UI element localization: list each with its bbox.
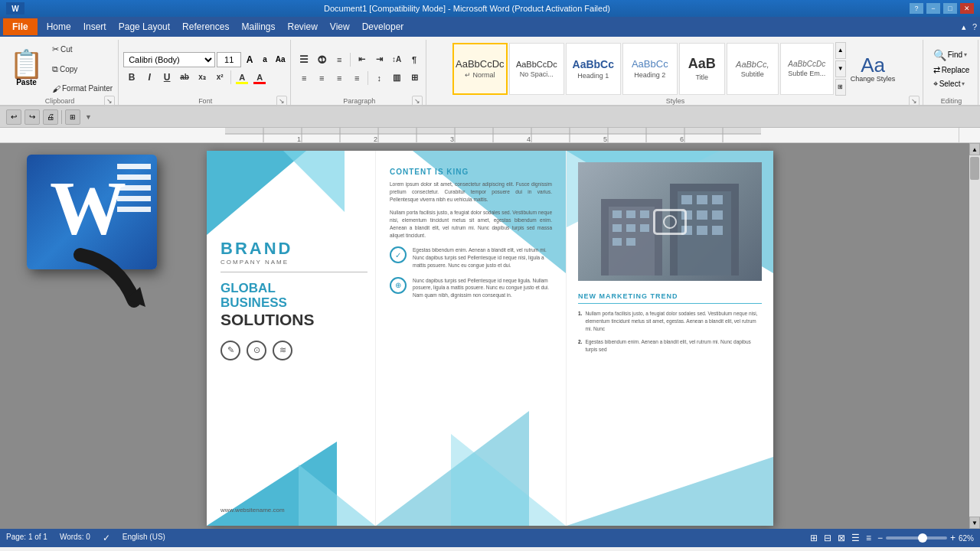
- view-outline-btn[interactable]: ☰: [851, 533, 860, 543]
- word-logo-container: W: [27, 155, 180, 269]
- view-draft-btn[interactable]: ≡: [866, 533, 871, 543]
- content-title: CONTENT IS KING: [390, 168, 552, 176]
- font-color-btn[interactable]: A: [251, 69, 268, 86]
- svg-rect-36: [697, 195, 707, 204]
- view-web-layout-btn[interactable]: ⊠: [838, 533, 845, 543]
- bold-btn[interactable]: B: [123, 69, 140, 86]
- view-full-screen-btn[interactable]: ⊟: [824, 533, 831, 543]
- zoom-in-btn[interactable]: +: [950, 533, 956, 543]
- item2-text: Egestas bibendum enim. Aenean a blandit …: [585, 338, 762, 354]
- show-formatting-btn[interactable]: ¶: [406, 51, 423, 68]
- style-subtle-em-preview: AaBbCcDc: [788, 60, 825, 68]
- decrease-indent-btn[interactable]: ⇤: [353, 51, 370, 68]
- styles-expand-btn[interactable]: ⊞: [835, 79, 846, 96]
- subscript-btn[interactable]: x₂: [194, 69, 211, 86]
- style-heading2[interactable]: AaBbCc Heading 2: [622, 43, 678, 95]
- find-icon: 🔍: [933, 49, 946, 61]
- superscript-btn[interactable]: x²: [211, 69, 228, 86]
- italic-btn[interactable]: I: [141, 69, 158, 86]
- menu-insert[interactable]: Insert: [77, 18, 113, 35]
- line-spacing-btn[interactable]: ↕: [371, 70, 387, 86]
- style-title[interactable]: AaB Title: [679, 43, 725, 95]
- customize-toolbar-arrow[interactable]: ▼: [85, 113, 92, 121]
- justify-btn[interactable]: ≡: [348, 70, 365, 86]
- style-normal[interactable]: AaBbCcDc ↵ Normal: [452, 43, 508, 95]
- menu-home[interactable]: Home: [41, 18, 77, 35]
- close-btn[interactable]: ✕: [960, 3, 974, 14]
- menu-references[interactable]: References: [176, 18, 235, 35]
- undo-btn[interactable]: ↩: [6, 109, 21, 125]
- multilevel-list-btn[interactable]: ≡: [331, 51, 348, 68]
- zoom-out-btn[interactable]: −: [877, 533, 883, 543]
- replace-btn[interactable]: ⇄ Replace: [931, 64, 972, 76]
- find-btn[interactable]: 🔍 Find ▾: [931, 48, 972, 62]
- minimize-btn[interactable]: −: [926, 3, 940, 14]
- underline-btn[interactable]: U: [158, 69, 175, 86]
- menu-developer[interactable]: Developer: [356, 18, 410, 35]
- style-subtle-em[interactable]: AaBbCcDc Subtle Em...: [780, 43, 834, 95]
- print-btn[interactable]: 🖨: [43, 109, 58, 125]
- strikethrough-btn[interactable]: ab: [176, 69, 193, 86]
- borders-btn[interactable]: ⊞: [406, 70, 423, 86]
- view-mode-btn[interactable]: ⊞: [65, 109, 80, 125]
- scroll-up-btn[interactable]: ▲: [969, 143, 980, 155]
- styles-scroll-down-btn[interactable]: ▼: [835, 60, 846, 77]
- maximize-btn[interactable]: □: [943, 3, 957, 14]
- styles-scroll-up-btn[interactable]: ▲: [835, 42, 846, 59]
- scroll-thumb[interactable]: [970, 157, 979, 180]
- bullets-btn[interactable]: ☰: [296, 51, 312, 68]
- font-expand-btn[interactable]: ↘: [276, 96, 287, 106]
- menu-view[interactable]: View: [324, 18, 356, 35]
- menu-review[interactable]: Review: [281, 18, 323, 35]
- num2: 2.: [578, 338, 582, 354]
- style-title-label: Title: [695, 73, 708, 81]
- camera-icon: [653, 209, 687, 235]
- font-size-input[interactable]: [217, 52, 241, 67]
- word-icon: W: [6, 2, 24, 15]
- help-btn[interactable]: ?: [910, 3, 923, 14]
- scrollbar[interactable]: ▲ ▼: [969, 143, 980, 529]
- zoom-slider[interactable]: [886, 536, 947, 540]
- title-text: Document1 [Compatibility Mode] - Microso…: [24, 4, 910, 13]
- sort-btn[interactable]: ↕A: [388, 51, 405, 68]
- ruler-marks: // This won't run in SVG, use static mar…: [225, 128, 761, 143]
- align-center-btn[interactable]: ≡: [313, 70, 330, 86]
- style-no-spacing-label: No Spaci...: [520, 70, 554, 78]
- copy-button[interactable]: ⧉ Copy: [50, 64, 115, 75]
- scroll-down-btn[interactable]: ▼: [969, 517, 980, 529]
- svg-rect-35: [681, 195, 692, 204]
- redo-btn[interactable]: ↪: [24, 109, 40, 125]
- style-no-spacing[interactable]: AaBbCcDc No Spaci...: [509, 43, 564, 95]
- menu-mailings[interactable]: Mailings: [235, 18, 281, 35]
- highlight-btn[interactable]: A: [234, 69, 250, 86]
- clear-format-btn[interactable]: Aa: [273, 53, 287, 67]
- brand-content: BRAND COMPANY NAME GLOBAL BUSINESS SOLUT…: [220, 239, 368, 360]
- styles-group: AaBbCcDc ↵ Normal AaBbCcDc No Spaci... A…: [428, 40, 923, 105]
- change-styles-btn[interactable]: Aa Change Styles: [848, 54, 899, 84]
- paragraph-expand-btn[interactable]: ↘: [412, 96, 423, 106]
- select-btn[interactable]: ⌖ Select ▾: [931, 78, 972, 90]
- help-ribbon-btn[interactable]: ?: [972, 22, 977, 31]
- shading-btn[interactable]: ▥: [388, 70, 405, 86]
- font-shrink-btn[interactable]: a: [258, 53, 272, 67]
- increase-indent-btn[interactable]: ⇥: [371, 51, 387, 68]
- style-heading1[interactable]: AaBbCc Heading 1: [566, 43, 621, 95]
- file-menu-btn[interactable]: File: [3, 18, 38, 35]
- style-subtitle[interactable]: AaBbCc, Subtitle: [727, 43, 779, 95]
- font-family-select[interactable]: Calibri (Body): [123, 52, 215, 67]
- font-grow-btn[interactable]: A: [243, 53, 256, 67]
- align-left-btn[interactable]: ≡: [296, 70, 312, 86]
- menu-page-layout[interactable]: Page Layout: [113, 18, 176, 35]
- styles-expand-dialog-btn[interactable]: ↘: [909, 96, 920, 106]
- paste-button[interactable]: 📋 Paste: [5, 40, 48, 97]
- numbering-btn[interactable]: ⓵: [313, 51, 330, 68]
- collapse-ribbon-btn[interactable]: ▴: [962, 22, 966, 32]
- view-print-layout-btn[interactable]: ⊞: [810, 533, 818, 543]
- clipboard-expand-btn[interactable]: ↘: [104, 96, 115, 106]
- editing-group: 🔍 Find ▾ ⇄ Replace ⌖ Select ▾ Editing: [925, 40, 978, 105]
- title-bar: W Document1 [Compatibility Mode] - Micro…: [0, 0, 980, 17]
- font-label-row: Font ↘: [123, 97, 287, 105]
- format-painter-button[interactable]: 🖌 Format Painter: [50, 83, 115, 94]
- cut-button[interactable]: ✂ Cut: [50, 44, 115, 55]
- align-right-btn[interactable]: ≡: [331, 70, 348, 86]
